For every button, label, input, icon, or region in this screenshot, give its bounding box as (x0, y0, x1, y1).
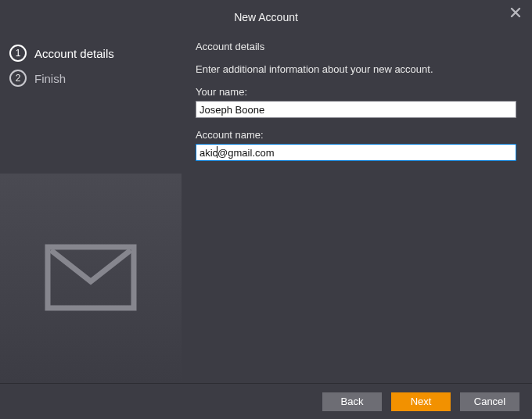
step-label: Account details (34, 47, 114, 60)
step-finish[interactable]: 2 Finish (9, 66, 172, 91)
your-name-input[interactable] (196, 101, 516, 118)
account-name-label: Account name: (196, 129, 518, 141)
step-number: 2 (9, 70, 27, 87)
instruction-text: Enter additional information about your … (196, 63, 518, 75)
wizard-steps: 1 Account details 2 Finish (0, 27, 182, 91)
wizard-content: Account details Enter additional informa… (182, 27, 532, 383)
section-heading: Account details (196, 41, 518, 52)
mail-icon (45, 244, 137, 313)
dialog-header: New Account (0, 0, 532, 27)
your-name-label: Your name: (196, 86, 518, 98)
account-name-field-block: Account name: (196, 129, 518, 161)
wizard-sidebar: 1 Account details 2 Finish (0, 27, 182, 383)
close-button[interactable] (507, 5, 524, 22)
cancel-button[interactable]: Cancel (460, 392, 519, 411)
account-name-input[interactable] (196, 144, 516, 161)
your-name-field-block: Your name: (196, 86, 518, 118)
back-button[interactable]: Back (322, 392, 382, 411)
dialog-body: 1 Account details 2 Finish Account deta (0, 27, 532, 383)
step-label: Finish (34, 72, 66, 85)
new-account-dialog: New Account 1 Account details 2 Finish (0, 0, 532, 419)
step-number: 1 (9, 45, 27, 62)
close-icon (510, 7, 521, 20)
dialog-footer: Back Next Cancel (0, 383, 532, 419)
step-account-details[interactable]: 1 Account details (9, 41, 172, 66)
sidebar-illustration (0, 174, 182, 383)
next-button[interactable]: Next (391, 392, 451, 411)
dialog-title: New Account (234, 11, 298, 23)
